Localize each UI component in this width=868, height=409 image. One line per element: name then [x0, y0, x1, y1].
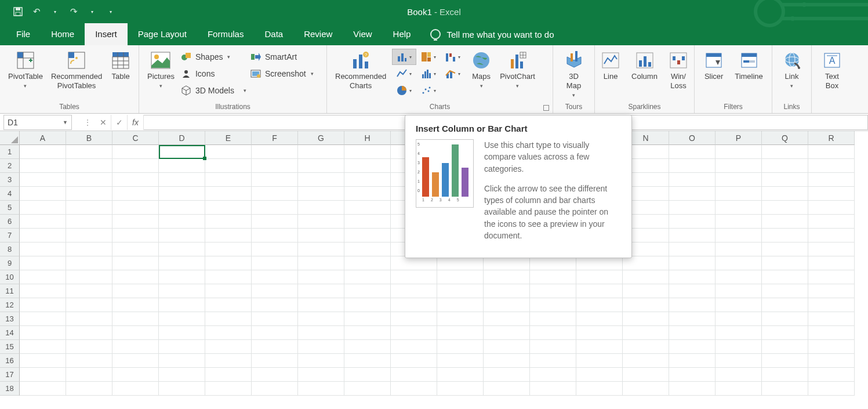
- tab-file[interactable]: File: [6, 23, 41, 45]
- cell[interactable]: [20, 256, 66, 270]
- cell[interactable]: [716, 326, 762, 340]
- cell[interactable]: [576, 298, 623, 312]
- tab-page-layout[interactable]: Page Layout: [128, 23, 197, 45]
- maps-button[interactable]: Maps▾: [468, 49, 494, 92]
- cell[interactable]: [716, 340, 762, 354]
- cell[interactable]: [576, 368, 623, 382]
- cell[interactable]: [762, 187, 808, 201]
- table-button[interactable]: Table: [108, 49, 133, 82]
- cell[interactable]: [716, 312, 762, 326]
- cell[interactable]: [484, 312, 530, 326]
- cell[interactable]: [252, 256, 298, 270]
- cell[interactable]: [298, 354, 344, 368]
- cell[interactable]: [762, 354, 808, 368]
- cell[interactable]: [669, 201, 716, 215]
- cell[interactable]: [762, 201, 808, 215]
- cell[interactable]: [762, 173, 808, 187]
- cell[interactable]: [205, 145, 252, 159]
- cell[interactable]: [159, 326, 205, 340]
- cell[interactable]: [252, 173, 298, 187]
- tab-help[interactable]: Help: [383, 23, 422, 45]
- cell[interactable]: [391, 340, 437, 354]
- cell[interactable]: [391, 312, 437, 326]
- cell[interactable]: [20, 368, 66, 382]
- cell[interactable]: [344, 354, 391, 368]
- cell[interactable]: [20, 298, 66, 312]
- cell[interactable]: [344, 298, 391, 312]
- cell[interactable]: [808, 312, 855, 326]
- cell[interactable]: [298, 382, 344, 396]
- cell[interactable]: [159, 382, 205, 396]
- cell[interactable]: [298, 229, 344, 242]
- cell[interactable]: [20, 312, 66, 326]
- tab-insert[interactable]: Insert: [85, 23, 128, 45]
- cell[interactable]: [159, 242, 205, 256]
- cell[interactable]: [20, 187, 66, 201]
- row-header[interactable]: 5: [0, 201, 20, 215]
- cell[interactable]: [205, 173, 252, 187]
- row-header[interactable]: 18: [0, 382, 20, 396]
- cell[interactable]: [669, 368, 716, 382]
- cell[interactable]: [484, 340, 530, 354]
- cell[interactable]: [530, 340, 576, 354]
- cell[interactable]: [298, 340, 344, 354]
- cell[interactable]: [623, 368, 669, 382]
- cell[interactable]: [576, 354, 623, 368]
- cell[interactable]: [716, 298, 762, 312]
- cell[interactable]: [484, 298, 530, 312]
- cell[interactable]: [344, 312, 391, 326]
- cell[interactable]: [20, 382, 66, 396]
- cell[interactable]: [623, 326, 669, 340]
- cell[interactable]: [20, 354, 66, 368]
- sparkline-winloss-button[interactable]: Win/ Loss: [666, 49, 691, 92]
- cell[interactable]: [298, 159, 344, 173]
- cell[interactable]: [159, 201, 205, 215]
- cell[interactable]: [623, 270, 669, 284]
- cell[interactable]: [159, 256, 205, 270]
- cell[interactable]: [159, 159, 205, 173]
- cell[interactable]: [20, 270, 66, 284]
- cell[interactable]: [437, 340, 484, 354]
- cell[interactable]: [112, 312, 159, 326]
- sparkline-line-button[interactable]: Line: [598, 49, 623, 82]
- cell[interactable]: [344, 145, 391, 159]
- cell[interactable]: [205, 215, 252, 229]
- column-header[interactable]: C: [112, 131, 159, 145]
- cell[interactable]: [66, 312, 112, 326]
- redo-drop-icon[interactable]: ▾: [87, 6, 97, 17]
- cell[interactable]: [716, 354, 762, 368]
- cell[interactable]: [808, 229, 855, 242]
- cell[interactable]: [484, 256, 530, 270]
- cell[interactable]: [66, 173, 112, 187]
- cell[interactable]: [205, 312, 252, 326]
- cell[interactable]: [205, 326, 252, 340]
- cell[interactable]: [205, 229, 252, 242]
- row-header[interactable]: 6: [0, 215, 20, 229]
- column-header[interactable]: D: [159, 131, 205, 145]
- cell[interactable]: [112, 284, 159, 298]
- cell[interactable]: [437, 284, 484, 298]
- column-header[interactable]: G: [298, 131, 344, 145]
- cell[interactable]: [252, 368, 298, 382]
- cell[interactable]: [716, 242, 762, 256]
- row-header[interactable]: 2: [0, 159, 20, 173]
- cell[interactable]: [344, 242, 391, 256]
- cell[interactable]: [252, 340, 298, 354]
- pivotchart-button[interactable]: PivotChart▾: [497, 49, 537, 92]
- tab-data[interactable]: Data: [254, 23, 293, 45]
- cell[interactable]: [66, 382, 112, 396]
- cell[interactable]: [66, 284, 112, 298]
- row-header[interactable]: 4: [0, 187, 20, 201]
- row-header[interactable]: 1: [0, 145, 20, 159]
- cell[interactable]: [252, 159, 298, 173]
- cell[interactable]: [391, 256, 437, 270]
- 3d-models-button[interactable]: 3D Models▾: [180, 82, 246, 99]
- cell[interactable]: [298, 284, 344, 298]
- chevron-down-icon[interactable]: ▼: [63, 120, 68, 125]
- cell[interactable]: [66, 201, 112, 215]
- cell[interactable]: [205, 340, 252, 354]
- pictures-button[interactable]: Pictures▾: [145, 49, 177, 92]
- cell[interactable]: [112, 159, 159, 173]
- cell[interactable]: [205, 382, 252, 396]
- cell[interactable]: [252, 187, 298, 201]
